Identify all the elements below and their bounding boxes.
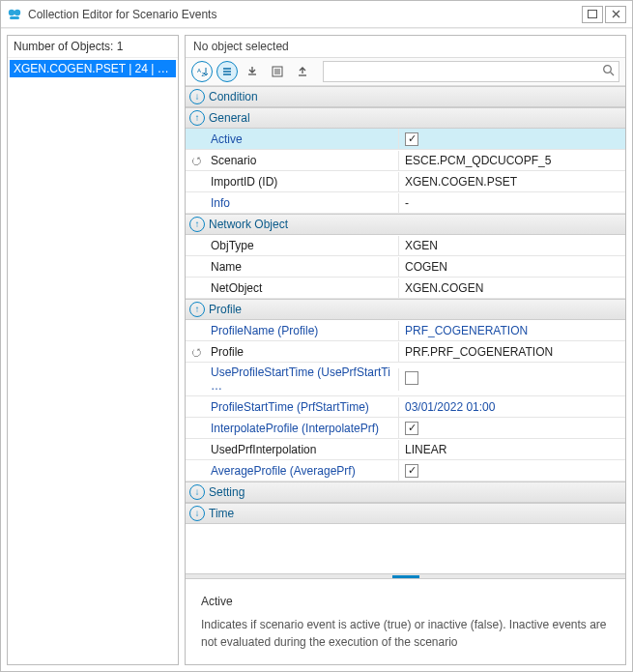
object-count-label: Number of Objects: 1: [8, 36, 178, 58]
svg-point-0: [9, 9, 14, 15]
restore-button[interactable]: [582, 6, 603, 23]
prop-label: InterpolateProfile (InterpolatePrf): [207, 419, 398, 438]
checkbox-checked-icon[interactable]: ✓: [405, 422, 418, 435]
prop-value[interactable]: XGEN.COGEN: [398, 278, 625, 298]
prop-value[interactable]: COGEN: [398, 257, 625, 277]
prop-label: ImportID (ID): [207, 172, 398, 191]
object-list-item[interactable]: XGEN.COGEN.PSET | 24 | [MW]: [10, 60, 176, 77]
chevron-down-icon[interactable]: ↓: [189, 89, 205, 104]
group-condition[interactable]: ↓ Condition: [186, 86, 625, 107]
description-title: Active: [201, 593, 610, 610]
object-list[interactable]: XGEN.COGEN.PSET | 24 | [MW]: [8, 58, 178, 664]
prop-value[interactable]: XGEN.COGEN.PSET: [398, 172, 625, 191]
group-network-object[interactable]: ↑ Network Object: [186, 214, 625, 235]
prop-name-field[interactable]: Name COGEN: [186, 256, 625, 278]
prop-value[interactable]: ✓: [398, 460, 625, 481]
prop-value[interactable]: LINEAR: [398, 440, 625, 459]
titlebar: Collection Editor for Scenario Events: [1, 1, 632, 28]
app-icon: [7, 7, 22, 22]
description-panel: Active Indicates if scenario event is ac…: [186, 579, 625, 664]
export-button[interactable]: [292, 61, 313, 82]
svg-text:A: A: [197, 68, 201, 73]
prop-avgprf[interactable]: AverageProfile (AveragePrf) ✓: [186, 460, 625, 482]
prop-value[interactable]: [398, 368, 625, 391]
prop-label: Profile: [207, 342, 398, 362]
editor-body: Number of Objects: 1 XGEN.COGEN.PSET | 2…: [1, 28, 632, 671]
collection-editor-window: Collection Editor for Scenario Events Nu…: [0, 0, 633, 672]
prop-active[interactable]: Active ✓: [186, 129, 625, 150]
panel-splitter[interactable]: [186, 573, 625, 579]
prop-label: Active: [207, 130, 398, 149]
prop-label: Scenario: [207, 151, 398, 170]
prop-prfstart[interactable]: ProfileStartTime (PrfStartTime) 03/01/20…: [186, 396, 625, 418]
prop-useprfstart[interactable]: UseProfileStartTime (UsePrfStartTi …: [186, 363, 625, 396]
window-title: Collection Editor for Scenario Events: [28, 8, 580, 21]
prop-objtype[interactable]: ObjType XGEN: [186, 235, 625, 256]
prop-info[interactable]: Info -: [186, 192, 625, 214]
description-body: Indicates if scenario event is active (t…: [201, 616, 610, 651]
import-button[interactable]: [242, 61, 263, 82]
prop-value[interactable]: ✓: [398, 418, 625, 438]
chevron-up-icon[interactable]: ↑: [189, 302, 205, 317]
svg-point-7: [604, 66, 612, 73]
checkbox-checked-icon[interactable]: ✓: [405, 464, 418, 478]
search-input[interactable]: [328, 65, 598, 78]
prop-label: ObjType: [207, 236, 398, 255]
prop-value[interactable]: -: [398, 193, 625, 213]
property-panel: No object selected AZ: [185, 35, 626, 665]
prop-label: Info: [207, 193, 398, 213]
chevron-down-icon[interactable]: ↓: [189, 484, 205, 500]
prop-interp[interactable]: InterpolateProfile (InterpolatePrf) ✓: [186, 418, 625, 439]
selection-status: No object selected: [186, 36, 625, 57]
sort-button[interactable]: AZ: [191, 61, 213, 82]
prop-value[interactable]: PRF.PRF_COGENERATION: [398, 342, 625, 362]
categorize-button[interactable]: [216, 61, 238, 82]
prop-label: ProfileName (Profile): [207, 321, 398, 340]
prop-label: UseProfileStartTime (UsePrfStartTi …: [207, 363, 398, 395]
property-toolbar: AZ: [186, 57, 625, 86]
prop-label: Name: [207, 257, 398, 277]
search-icon[interactable]: [598, 64, 615, 79]
group-time[interactable]: ↓ Time: [186, 503, 625, 524]
prop-label: ProfileStartTime (PrfStartTime): [207, 397, 398, 417]
chevron-up-icon[interactable]: ↑: [189, 110, 205, 126]
checkbox-unchecked-icon[interactable]: [405, 371, 418, 385]
group-profile[interactable]: ↑ Profile: [186, 299, 625, 320]
group-setting[interactable]: ↓ Setting: [186, 482, 625, 503]
object-list-panel: Number of Objects: 1 XGEN.COGEN.PSET | 2…: [7, 35, 179, 665]
prop-scenario[interactable]: ⭯ Scenario ESCE.PCM_QDCUCOPF_5: [186, 150, 625, 171]
prop-netobject[interactable]: NetObject XGEN.COGEN: [186, 278, 625, 299]
prop-profile[interactable]: ⭯ Profile PRF.PRF_COGENERATION: [186, 341, 625, 363]
checkbox-checked-icon[interactable]: ✓: [405, 132, 418, 146]
prop-value[interactable]: ✓: [398, 129, 625, 149]
prop-profilename[interactable]: ProfileName (Profile) PRF_COGENERATION: [186, 320, 625, 341]
close-button[interactable]: [605, 6, 626, 23]
property-grid[interactable]: ↓ Condition ↑ General Active ✓ ⭯ Scenari…: [186, 86, 625, 573]
prop-value[interactable]: PRF_COGENERATION: [398, 321, 625, 340]
chevron-up-icon[interactable]: ↑: [189, 217, 205, 232]
prop-value[interactable]: ESCE.PCM_QDCUCOPF_5: [398, 151, 625, 170]
prop-value[interactable]: 03/01/2022 01:00: [398, 397, 625, 417]
svg-point-1: [14, 9, 20, 15]
prop-label: AverageProfile (AveragePrf): [207, 461, 398, 481]
list-button[interactable]: [267, 61, 288, 82]
svg-rect-2: [10, 16, 19, 19]
prop-label: UsedPrfInterpolation: [207, 440, 398, 459]
svg-rect-3: [589, 11, 597, 18]
link-icon: ⭯: [186, 346, 207, 358]
prop-value[interactable]: XGEN: [398, 236, 625, 255]
link-icon: ⭯: [186, 155, 207, 166]
prop-label: NetObject: [207, 278, 398, 298]
group-general[interactable]: ↑ General: [186, 107, 625, 129]
property-search[interactable]: [323, 61, 619, 82]
chevron-down-icon[interactable]: ↓: [189, 506, 205, 521]
prop-importid[interactable]: ImportID (ID) XGEN.COGEN.PSET: [186, 171, 625, 192]
prop-usedinterp[interactable]: UsedPrfInterpolation LINEAR: [186, 439, 625, 460]
